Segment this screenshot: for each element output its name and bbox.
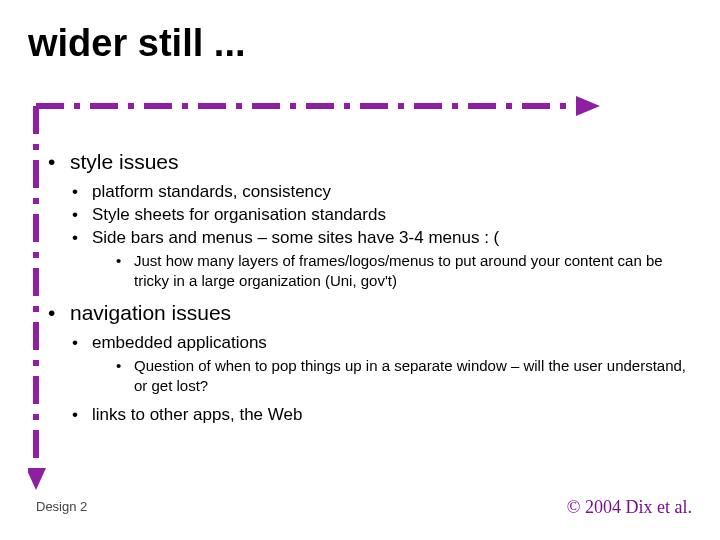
footer-right: © 2004 Dix et al.	[567, 497, 692, 518]
bullet-l1: style issues	[48, 150, 688, 174]
slide: wider still ... style issues platform st…	[0, 0, 720, 540]
svg-marker-3	[28, 468, 46, 490]
slide-title: wider still ...	[28, 22, 246, 65]
bullet-l3: Just how many layers of frames/logos/men…	[116, 251, 688, 292]
bullet-l2: embedded applications	[72, 333, 688, 353]
svg-marker-1	[576, 96, 600, 116]
bullet-l2: Style sheets for organisation standards	[72, 205, 688, 225]
footer-left: Design 2	[36, 499, 87, 514]
bullet-l2: platform standards, consistency	[72, 182, 688, 202]
bullet-l1: navigation issues	[48, 301, 688, 325]
bullet-l2: links to other apps, the Web	[72, 405, 688, 425]
bullet-l2: Side bars and menus – some sites have 3-…	[72, 228, 688, 248]
bullet-l3: Question of when to pop things up in a s…	[116, 356, 688, 397]
content-area: style issues platform standards, consist…	[48, 150, 688, 428]
